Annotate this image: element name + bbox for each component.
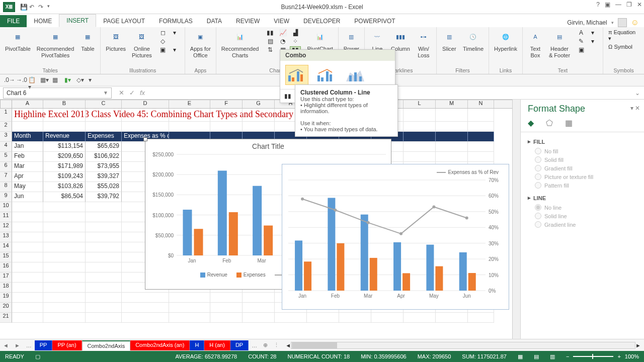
cell[interactable] [468, 152, 494, 162]
cell[interactable] [404, 142, 436, 152]
row-header[interactable]: 12 [0, 222, 12, 232]
cell[interactable] [43, 212, 86, 222]
cell[interactable] [210, 109, 243, 122]
cell[interactable] [243, 293, 275, 303]
cell[interactable]: Mar [12, 162, 43, 172]
sheet-tab[interactable]: Combo2ndAxis [82, 340, 131, 350]
cell[interactable] [468, 313, 494, 323]
tab-file[interactable]: FILE [0, 15, 27, 27]
sheet-nav-more2[interactable]: … [249, 342, 260, 348]
cell[interactable] [169, 313, 210, 323]
apps-button[interactable]: ▣Apps for Office [190, 29, 211, 58]
cell[interactable] [86, 283, 122, 293]
cell[interactable] [339, 313, 371, 323]
redo-icon[interactable]: ↷ [38, 4, 45, 11]
row-header[interactable]: 20 [0, 303, 12, 313]
cell[interactable] [86, 242, 122, 252]
cell[interactable] [436, 109, 468, 122]
formula-expand-icon[interactable]: ⌄ [631, 89, 644, 97]
cell[interactable] [468, 142, 494, 152]
cell[interactable]: $106,922 [86, 152, 122, 162]
sheet-nav-prev[interactable]: ◄ [0, 342, 12, 348]
cell[interactable]: Feb [12, 152, 43, 162]
cell[interactable] [43, 283, 86, 293]
row-header[interactable]: 19 [0, 293, 12, 303]
avatar-icon[interactable] [618, 18, 627, 27]
row-header[interactable]: 5 [0, 152, 12, 162]
cell[interactable] [12, 283, 43, 293]
stock-chart-icon[interactable]: ⇅ [265, 46, 276, 53]
chart-background[interactable]: Expenses as % of Rev 0%10%20%30%40%50%60… [282, 164, 509, 310]
cell[interactable] [43, 313, 86, 323]
cell[interactable] [12, 252, 43, 262]
sheet-tab[interactable]: DP [230, 340, 249, 350]
tab-data[interactable]: DATA [200, 15, 229, 27]
equation-button[interactable]: π Equation ▾ [608, 29, 639, 42]
row-header[interactable]: 14 [0, 242, 12, 252]
cell[interactable] [436, 132, 468, 142]
combo-stacked-area-column[interactable] [344, 65, 367, 85]
cell[interactable]: Jan [12, 142, 43, 152]
column-chart-icon[interactable]: ▮▮ [265, 29, 276, 36]
cell[interactable] [86, 303, 122, 313]
feedback-icon[interactable]: ☺ [631, 18, 639, 27]
header-footer-button[interactable]: ▤Header & Footer [549, 29, 570, 58]
fx-icon[interactable]: fx [140, 89, 145, 97]
chevron-down-icon[interactable]: ▼ [103, 90, 108, 96]
row-header[interactable]: 6 [0, 162, 12, 172]
cell[interactable] [169, 109, 210, 122]
cell[interactable] [43, 122, 86, 132]
cell[interactable] [12, 262, 43, 273]
cell[interactable]: Expenses [86, 132, 122, 142]
sheet-tab[interactable]: PP [35, 340, 53, 350]
cell[interactable]: $39,327 [86, 172, 122, 182]
area-chart-icon[interactable]: ▟ [290, 29, 301, 36]
cell[interactable] [43, 222, 86, 232]
cell[interactable] [122, 109, 169, 122]
border-icon[interactable]: ▦▾ [40, 76, 48, 84]
tab-review[interactable]: REVIEW [229, 15, 267, 27]
cell[interactable] [12, 242, 43, 252]
row-header[interactable]: 7 [0, 172, 12, 182]
cell[interactable] [12, 232, 43, 242]
paste-icon[interactable]: 📋▾ [28, 76, 36, 84]
cell[interactable] [404, 313, 436, 323]
cell[interactable] [404, 132, 436, 142]
fill-section-header[interactable]: ▸ FILL [528, 138, 637, 145]
row-header[interactable]: 13 [0, 232, 12, 242]
row-header[interactable]: 3 [0, 132, 12, 142]
object-icon[interactable]: ▣ [576, 46, 586, 53]
tab-formulas[interactable]: FORMULAS [152, 15, 200, 27]
text-extras[interactable]: A▾✎▾▣ [576, 29, 598, 53]
cell[interactable] [122, 122, 169, 132]
save-icon[interactable]: 💾 [20, 4, 27, 11]
cell[interactable] [43, 262, 86, 273]
decrease-decimal-icon[interactable]: →.0 [16, 76, 24, 84]
tab-insert[interactable]: INSERT [59, 14, 96, 27]
cell[interactable] [86, 252, 122, 262]
sheet-tab[interactable]: PP (an) [52, 340, 82, 350]
cell[interactable] [43, 109, 86, 122]
cell[interactable] [86, 212, 122, 222]
cell[interactable] [371, 313, 404, 323]
row-header[interactable]: 4 [0, 142, 12, 152]
slicer-button[interactable]: ▥Slicer [442, 29, 457, 52]
cell[interactable] [243, 122, 275, 132]
cell[interactable] [436, 122, 468, 132]
cell[interactable] [43, 273, 86, 283]
cell[interactable] [436, 142, 468, 152]
worksheet[interactable]: ABCDEFGHIJKLMN 1Highline Excel 2013 Clas… [0, 100, 520, 339]
column-header[interactable]: N [468, 100, 494, 108]
signature-icon[interactable]: ✎ [576, 38, 586, 45]
cell[interactable] [122, 303, 169, 313]
column-header[interactable]: E [169, 100, 210, 108]
row-header[interactable]: 16 [0, 262, 12, 273]
account-name[interactable]: Girvin, Michael [567, 19, 607, 26]
sheet-tab[interactable]: Combo2ndAxis (an) [130, 340, 190, 350]
cell[interactable] [275, 313, 307, 323]
pivottable-button[interactable]: ▦PivotTable [5, 29, 31, 52]
symbol-button[interactable]: Ω Symbol [608, 44, 639, 50]
cell[interactable] [86, 122, 122, 132]
cell[interactable] [43, 293, 86, 303]
cell[interactable] [86, 262, 122, 273]
